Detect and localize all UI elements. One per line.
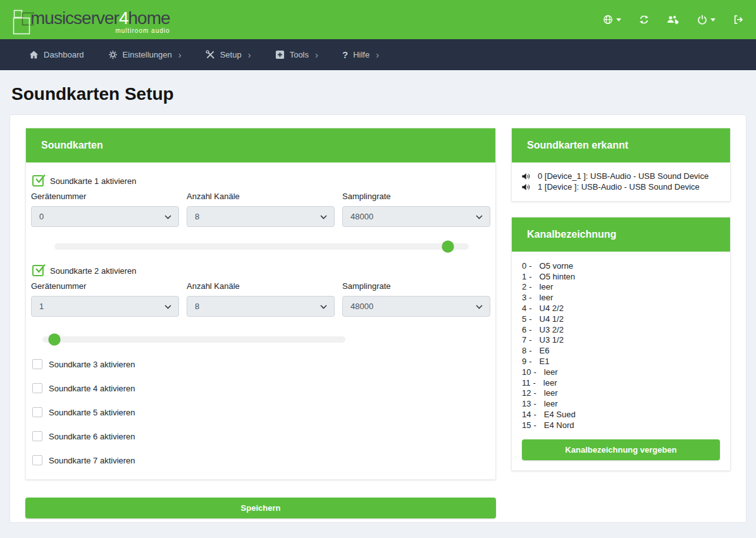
nav-item-hilfe[interactable]: ? Hilfe ›: [332, 39, 389, 70]
checkbox-soundcard-4[interactable]: [32, 383, 42, 393]
channel-number: 4: [522, 303, 526, 313]
channel-row: 1-O5 hinten: [522, 271, 720, 282]
soundcard-5-enable[interactable]: Soundkarte 5 aktivieren: [32, 407, 490, 417]
channel-number: 0: [522, 261, 526, 271]
device-number-select[interactable]: 0: [31, 206, 179, 227]
assign-channels-button[interactable]: Kanalbezeichnung vergeben: [522, 439, 720, 460]
chevron-down-icon: [320, 305, 327, 309]
checkbox-soundcard-5[interactable]: [32, 407, 42, 417]
channel-number: 10: [522, 367, 531, 377]
soundcard-2-enable[interactable]: Soundkarte 2 aktivieren: [32, 265, 490, 276]
brand-pre: musicserver: [30, 8, 119, 28]
soundcard-1-enable[interactable]: Soundkarte 1 aktivieren: [32, 175, 490, 186]
field-label: Anzahl Kanäle: [187, 192, 335, 201]
channel-name: leer: [544, 367, 558, 377]
nav-label: Einstellungen: [123, 50, 172, 59]
nav-label: Dashboard: [44, 50, 84, 59]
slider-handle[interactable]: [49, 334, 61, 346]
volume-icon: [522, 183, 531, 191]
channel-name: leer: [544, 399, 558, 408]
nav-label: Tools: [290, 50, 309, 59]
brand-post: home: [128, 8, 170, 28]
device-text: 0 [Device_1 ]: USB-Audio - USB Sound Dev…: [538, 171, 709, 181]
nav-item-dashboard[interactable]: Dashboard: [19, 39, 94, 70]
power-icon: [697, 15, 707, 25]
channel-number: 3: [522, 293, 526, 302]
channel-number: 6: [522, 325, 526, 334]
device-number-select[interactable]: 1: [31, 296, 179, 317]
samplerate-select[interactable]: 48000: [342, 206, 490, 227]
checkbox-label: Soundkarte 6 aktivieren: [49, 432, 135, 441]
logout-button[interactable]: [733, 15, 743, 25]
samplerate-field: Samplingrate 48000: [342, 281, 490, 317]
checkbox-label: Soundkarte 2 aktivieren: [50, 266, 137, 276]
nav-item-setup[interactable]: Setup ›: [195, 39, 261, 70]
sign-out-icon: [733, 15, 743, 25]
channel-row: 15-E4 Nord: [522, 420, 720, 431]
channel-name: U3 1/2: [540, 335, 564, 345]
channel-row: 7-U3 1/2: [522, 335, 720, 346]
soundcard-4-enable[interactable]: Soundkarte 4 aktivieren: [32, 383, 490, 393]
field-label: Samplingrate: [342, 281, 490, 291]
detected-device-row: 0 [Device_1 ]: USB-Audio - USB Sound Dev…: [522, 171, 720, 181]
select-value: 8: [195, 302, 199, 311]
tools-icon: [206, 50, 215, 59]
checkbox-soundcard-6[interactable]: [32, 431, 42, 441]
soundcard-1-fields: Gerätenummer 0 Anzahl Kanäle 8: [31, 192, 490, 227]
checkbox-soundcard-2[interactable]: [32, 265, 44, 276]
channel-dash: -: [529, 335, 531, 345]
volume-slider-2[interactable]: [42, 336, 345, 343]
channel-count-select[interactable]: 8: [187, 296, 335, 317]
chevron-right-icon: ›: [315, 52, 318, 58]
channel-dash: -: [529, 325, 531, 334]
power-menu[interactable]: [697, 15, 716, 25]
channel-number: 9: [522, 357, 526, 366]
channel-dash: -: [529, 303, 531, 313]
channel-number: 8: [522, 346, 526, 355]
samplerate-field: Samplingrate 48000: [342, 192, 490, 227]
channel-number: 13: [522, 399, 531, 408]
channel-name: O5 hinten: [540, 272, 575, 281]
soundcard-7-enable[interactable]: Soundkarte 7 aktivieren: [32, 455, 490, 465]
chevron-down-icon: [476, 215, 483, 219]
select-value: 48000: [350, 212, 373, 221]
plus-square-icon: [275, 50, 285, 59]
checkbox-soundcard-1[interactable]: [32, 175, 44, 186]
checkbox-soundcard-7[interactable]: [32, 455, 42, 465]
channel-row: 13-leer: [522, 398, 720, 409]
nav-item-einstellungen[interactable]: Einstellungen ›: [98, 39, 192, 70]
select-value: 0: [39, 212, 44, 221]
nav-label: Hilfe: [353, 50, 369, 59]
channel-row: 3-leer: [522, 292, 720, 303]
slider-handle[interactable]: [442, 241, 454, 253]
volume-slider-1[interactable]: [54, 243, 469, 250]
app-header: musicserver4home multiroom audio: [0, 0, 756, 39]
channel-count-select[interactable]: 8: [187, 206, 335, 227]
channel-name: U4 1/2: [540, 314, 564, 324]
home-icon: [29, 50, 39, 59]
soundcard-6-enable[interactable]: Soundkarte 6 aktivieren: [32, 431, 490, 441]
channel-name: U3 2/2: [540, 325, 564, 334]
samplerate-select[interactable]: 48000: [342, 296, 490, 317]
channel-number: 12: [522, 388, 531, 398]
soundcard-3-enable[interactable]: Soundkarte 3 aktivieren: [32, 359, 490, 369]
checkbox-soundcard-3[interactable]: [32, 359, 42, 369]
nav-item-tools[interactable]: Tools ›: [265, 39, 328, 70]
device-text: 1 [Device ]: USB-Audio - USB Sound Devic…: [538, 182, 700, 192]
save-button[interactable]: Speichern: [25, 498, 496, 518]
users-menu[interactable]: [667, 15, 679, 25]
users-gear-icon: [667, 15, 679, 25]
channel-number: 11: [522, 378, 531, 388]
chevron-right-icon: ›: [178, 52, 182, 58]
channel-count-field: Anzahl Kanäle 8: [187, 281, 335, 317]
checkbox-label: Soundkarte 5 aktivieren: [49, 408, 135, 417]
select-value: 8: [195, 212, 199, 221]
detected-panel-title: Soundkarten erkannt: [512, 128, 730, 162]
language-menu[interactable]: [603, 15, 621, 25]
channel-dash: -: [529, 346, 531, 355]
channel-row: 8-E6: [522, 345, 720, 356]
channel-row: 2-leer: [522, 282, 720, 293]
channels-panel-title: Kanalbezeichnung: [512, 217, 730, 252]
refresh-button[interactable]: [639, 15, 649, 25]
channel-row: 14-E4 Sued: [522, 409, 720, 420]
